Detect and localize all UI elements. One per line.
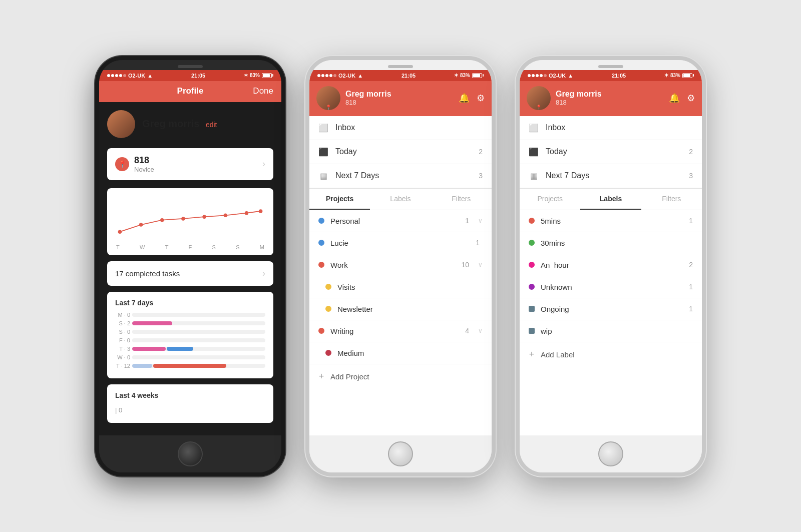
project-count-work: 10 xyxy=(461,261,469,269)
expand-icon-writing[interactable]: ∨ xyxy=(478,327,483,334)
bar-container-t3 xyxy=(132,347,265,351)
project-work[interactable]: Work 10 ∨ xyxy=(309,254,492,276)
home-button-1[interactable] xyxy=(178,441,203,466)
chart-label-s1: S xyxy=(212,244,216,250)
tabs-row-2: Projects Labels Filters xyxy=(309,188,492,210)
phone-projects: O2-UK ▲ 21:05 ✶ 83% 📍 Greg morris 818 🔔 … xyxy=(305,56,496,476)
top-bar-white-2 xyxy=(309,60,492,70)
project-name-visits: Visits xyxy=(337,283,483,291)
carrier-label-3: O2-UK xyxy=(549,73,566,79)
label-ongoing[interactable]: Ongoing 1 xyxy=(520,298,702,320)
bar-container-m xyxy=(132,313,265,317)
svg-point-6 xyxy=(245,211,249,215)
pin-icon-3: 📍 xyxy=(536,105,542,110)
bar-label-t3: T · 3 xyxy=(115,346,130,352)
tab-filters-2[interactable]: Filters xyxy=(431,189,492,210)
bluetooth-icon-3: ✶ xyxy=(664,73,668,78)
sidebar-user-score-2: 818 xyxy=(345,99,454,106)
label-wip[interactable]: wip xyxy=(520,320,702,342)
tab-projects-2[interactable]: Projects xyxy=(309,189,370,210)
project-visits[interactable]: Visits xyxy=(309,276,492,298)
nav-today-3[interactable]: ⬛ Today 2 xyxy=(520,140,702,164)
project-writing[interactable]: Writing 4 ∨ xyxy=(309,320,492,342)
sidebar-header-3: 📍 Greg morris 818 🔔 ⚙ xyxy=(520,81,702,116)
inbox-icon-3: ⬜ xyxy=(529,123,539,133)
expand-icon-personal[interactable]: ∨ xyxy=(478,217,483,224)
label-name-5mins: 5mins xyxy=(541,217,683,225)
project-personal[interactable]: Personal 1 ∨ xyxy=(309,210,492,232)
svg-point-1 xyxy=(139,223,143,227)
svg-point-0 xyxy=(118,230,122,234)
project-newsletter[interactable]: Newsletter xyxy=(309,298,492,320)
expand-icon-work[interactable]: ∨ xyxy=(478,261,483,268)
speaker-white-2 xyxy=(388,65,413,68)
add-project-item[interactable]: + Add Project xyxy=(309,364,492,389)
label-30mins[interactable]: 30mins xyxy=(520,232,702,254)
status-left-3: O2-UK ▲ xyxy=(528,73,573,79)
project-count-writing: 4 xyxy=(465,327,469,335)
status-bar-1: O2-UK ▲ 21:05 ✶ 83% xyxy=(99,70,281,81)
phone-bottom-1 xyxy=(99,435,281,472)
label-5mins[interactable]: 5mins 1 xyxy=(520,210,702,232)
label-name-ongoing: Ongoing xyxy=(541,305,683,313)
project-medium[interactable]: Medium xyxy=(309,342,492,364)
bell-icon-2[interactable]: 🔔 xyxy=(459,93,470,104)
sidebar-user-name-3: Greg morris xyxy=(556,90,664,99)
label-name-wip: wip xyxy=(541,327,687,335)
label-count-unknown: 1 xyxy=(689,283,693,291)
tab-projects-3[interactable]: Projects xyxy=(520,189,580,210)
label-name-30mins: 30mins xyxy=(541,239,687,247)
last-4-weeks-section: Last 4 weeks | 0 xyxy=(107,384,273,423)
project-lucie[interactable]: Lucie 1 xyxy=(309,232,492,254)
nav-label-next7-3: Next 7 Days xyxy=(546,171,682,180)
score-number: 818 xyxy=(134,155,257,166)
today-icon-3: ⬛ xyxy=(529,147,539,157)
add-project-icon: + xyxy=(318,371,324,382)
svg-point-3 xyxy=(181,217,185,221)
last-7-days-title: Last 7 days xyxy=(115,299,265,307)
sidebar-user-name-2: Greg morris xyxy=(345,90,454,99)
gear-icon-3[interactable]: ⚙ xyxy=(687,93,695,104)
label-unknown[interactable]: Unknown 1 xyxy=(520,276,702,298)
sidebar-body-2: ⬜ Inbox ⬛ Today 2 ▦ Next 7 Days 3 Projec… xyxy=(309,116,492,435)
completed-tasks-row[interactable]: 17 completed tasks › xyxy=(107,261,273,286)
status-right-3: ✶ 83% xyxy=(664,73,694,78)
status-left-1: O2-UK ▲ xyxy=(107,73,153,79)
calendar-icon-2: ▦ xyxy=(318,171,328,181)
home-button-2[interactable] xyxy=(388,441,413,466)
gear-icon-2[interactable]: ⚙ xyxy=(477,93,485,104)
score-info: 818 Novice xyxy=(134,155,257,173)
chart-label-t2: T xyxy=(165,244,169,250)
add-label-item[interactable]: + Add Label xyxy=(520,342,702,367)
score-row[interactable]: 📍 818 Novice › xyxy=(107,148,273,180)
signal-dots-3 xyxy=(528,74,547,77)
tab-filters-3[interactable]: Filters xyxy=(641,189,702,210)
chart-label-w: W xyxy=(140,244,145,250)
bell-icon-3[interactable]: 🔔 xyxy=(669,93,680,104)
bluetooth-icon-2: ✶ xyxy=(454,73,458,78)
profile-title: Profile xyxy=(177,86,204,96)
status-bar-2: O2-UK ▲ 21:05 ✶ 83% xyxy=(309,70,492,81)
project-name-writing: Writing xyxy=(330,327,459,335)
tab-labels-3[interactable]: Labels xyxy=(580,189,641,210)
speaker-dark xyxy=(178,65,203,68)
home-button-3[interactable] xyxy=(598,441,623,466)
label-count-5mins: 1 xyxy=(689,217,693,225)
tab-labels-2[interactable]: Labels xyxy=(370,189,431,210)
nav-today-2[interactable]: ⬛ Today 2 xyxy=(309,140,492,164)
nav-next7-3[interactable]: ▦ Next 7 Days 3 xyxy=(520,164,702,188)
label-anhour[interactable]: An_hour 2 xyxy=(520,254,702,276)
nav-inbox-2[interactable]: ⬜ Inbox xyxy=(309,116,492,140)
nav-inbox-3[interactable]: ⬜ Inbox xyxy=(520,116,702,140)
avatar-image xyxy=(107,110,135,138)
bar-row-f0: F · 0 xyxy=(115,337,265,343)
edit-link[interactable]: edit xyxy=(206,121,217,129)
bar-label-f0: F · 0 xyxy=(115,337,130,343)
nav-next7-2[interactable]: ▦ Next 7 Days 3 xyxy=(309,164,492,188)
project-dot-personal xyxy=(318,218,324,224)
pin-icon-2: 📍 xyxy=(325,105,331,110)
done-button[interactable]: Done xyxy=(253,86,273,96)
bar-container-s0 xyxy=(132,330,265,334)
nav-label-next7-2: Next 7 Days xyxy=(335,171,472,180)
signal-dots-2 xyxy=(317,74,336,77)
